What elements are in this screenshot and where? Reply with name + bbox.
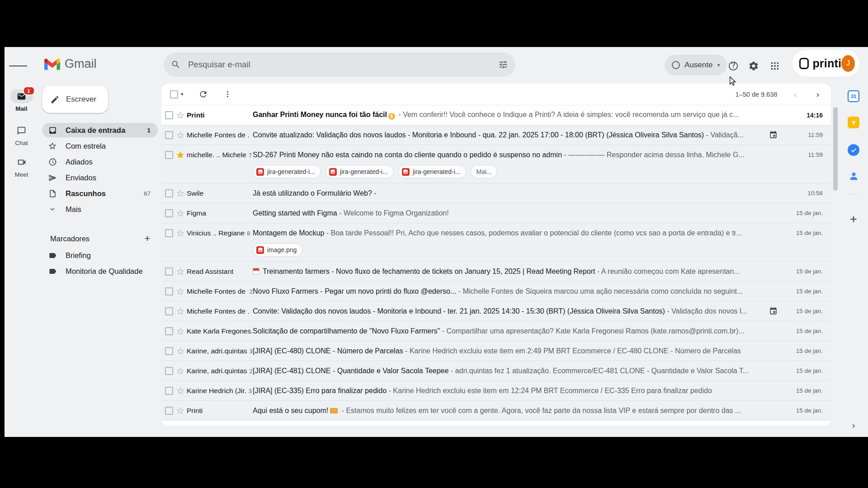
email-row[interactable]: Swile Já está utilizando o Formulário We… bbox=[161, 183, 831, 203]
star-toggle-icon[interactable] bbox=[176, 150, 185, 160]
inbox-count: 1 bbox=[147, 127, 151, 134]
email-snippet: Welcome to Figma Organization! bbox=[344, 209, 449, 217]
email-row[interactable]: Karine, adri.quintas 3 [JIRA] (EC-480) C… bbox=[161, 341, 831, 361]
apps-grid-button[interactable] bbox=[766, 57, 784, 75]
email-checkbox[interactable] bbox=[165, 189, 173, 197]
email-row[interactable]: michelle. .. Michele 7 SD-267 Printi Mon… bbox=[161, 145, 831, 183]
email-row[interactable]: Michelle Fontes de . Convite: Validação … bbox=[161, 301, 831, 321]
attachment-chip[interactable]: image.png bbox=[253, 243, 302, 257]
attachment-chip[interactable]: jira-generated-i... bbox=[326, 165, 394, 178]
create-label-button[interactable]: + bbox=[142, 233, 153, 244]
email-checkbox[interactable] bbox=[165, 387, 173, 395]
email-checkbox[interactable] bbox=[165, 287, 173, 296]
email-checkbox[interactable] bbox=[165, 151, 173, 159]
newer-page-button[interactable]: ‹ bbox=[793, 89, 796, 99]
email-row[interactable]: Karine, adri.quintas 2 [JIRA] (EC-481) C… bbox=[161, 361, 831, 381]
more-options-button[interactable] bbox=[221, 87, 235, 102]
email-time: 11:59 bbox=[779, 131, 831, 138]
email-checkbox[interactable] bbox=[165, 307, 173, 315]
email-checkbox[interactable] bbox=[165, 347, 173, 355]
sidebar-item-more[interactable]: Mais bbox=[42, 202, 158, 216]
rail-item-mail[interactable]: 1 Mail bbox=[5, 89, 38, 112]
email-row[interactable]: Printi Aqui está o seu cupom! - Estamos … bbox=[161, 401, 831, 421]
select-all-checkbox[interactable] bbox=[170, 90, 178, 99]
older-page-button[interactable]: › bbox=[816, 89, 819, 99]
star-toggle-icon[interactable] bbox=[176, 229, 185, 238]
email-snippet: Vem conferir!! Você conhece o Indique a … bbox=[403, 111, 739, 118]
search-icon[interactable] bbox=[171, 60, 181, 70]
email-checkbox[interactable] bbox=[165, 367, 173, 375]
search-input[interactable] bbox=[187, 59, 498, 70]
star-toggle-icon[interactable] bbox=[176, 111, 185, 120]
email-checkbox[interactable] bbox=[165, 111, 173, 119]
email-sender: Karine, adri.quintas bbox=[187, 347, 247, 355]
email-row[interactable]: Michelle Fontes de . Convite atualizado:… bbox=[161, 125, 831, 145]
attachment-chip[interactable]: jira-generated-i... bbox=[253, 165, 321, 178]
email-subject: Montagem de Mockup bbox=[253, 229, 324, 237]
sidebar-label-briefing[interactable]: Briefing bbox=[42, 248, 158, 263]
calendar-panel-icon[interactable]: 31 bbox=[848, 90, 859, 102]
star-toggle-icon[interactable] bbox=[176, 386, 185, 395]
meet-icon bbox=[17, 157, 27, 167]
email-checkbox[interactable] bbox=[165, 407, 173, 415]
email-checkbox[interactable] bbox=[165, 229, 173, 237]
star-toggle-icon[interactable] bbox=[176, 347, 185, 356]
compose-button[interactable]: Escrever bbox=[42, 86, 108, 113]
star-toggle-icon[interactable] bbox=[176, 406, 185, 415]
sidebar-item-sent[interactable]: Enviados bbox=[42, 170, 158, 185]
avatar[interactable]: J bbox=[841, 55, 855, 72]
email-row[interactable]: Printi Ganhar Printi Money nunca foi tão… bbox=[161, 105, 831, 125]
search-bar[interactable] bbox=[164, 52, 515, 77]
tasks-panel-icon[interactable] bbox=[848, 144, 859, 156]
star-toggle-icon[interactable] bbox=[176, 366, 185, 375]
get-addons-button[interactable]: + bbox=[850, 212, 857, 226]
brand-name: printi bbox=[812, 57, 841, 70]
rail-item-chat[interactable]: Chat bbox=[5, 124, 38, 146]
attachment-name: image.png bbox=[267, 246, 297, 253]
sidebar-item-inbox[interactable]: Caixa de entrada 1 bbox=[42, 123, 158, 137]
main-menu-icon[interactable] bbox=[9, 57, 27, 75]
email-row[interactable]: Figma Getting started with Figma - Welco… bbox=[161, 203, 831, 223]
email-row[interactable]: Kate Karla Fregones. Solicitação de comp… bbox=[161, 321, 831, 341]
star-toggle-icon[interactable] bbox=[176, 189, 185, 198]
list-toolbar: ▾ 1–50 de 9.638 ‹ › bbox=[161, 84, 831, 105]
email-checkbox[interactable] bbox=[165, 267, 173, 276]
select-dropdown-icon[interactable]: ▾ bbox=[181, 91, 184, 97]
email-subject: Ganhar Printi Money nunca foi tão fácil bbox=[253, 111, 387, 118]
email-row[interactable]: Read Assistant Treinamento farmers - Nov… bbox=[161, 262, 831, 282]
star-toggle-icon[interactable] bbox=[176, 287, 185, 296]
email-subject: Convite atualizado: Validação dos novos … bbox=[253, 131, 704, 139]
email-checkbox[interactable] bbox=[165, 209, 173, 217]
star-toggle-icon[interactable] bbox=[176, 131, 185, 140]
rail-item-meet[interactable]: Meet bbox=[5, 155, 38, 178]
star-toggle-icon[interactable] bbox=[176, 267, 185, 276]
email-subject: Getting started with Figma bbox=[253, 209, 337, 217]
list-scrollbar[interactable] bbox=[833, 107, 838, 191]
search-filters-icon[interactable] bbox=[498, 60, 508, 70]
account-area[interactable]: printi J bbox=[793, 50, 859, 76]
availability-status[interactable]: Ausente ▾ bbox=[665, 55, 727, 75]
expand-panel-icon[interactable]: › bbox=[852, 420, 855, 431]
email-row[interactable]: Karine Hedrich (Jir. 3 [JIRA] (EC-335) E… bbox=[161, 381, 831, 401]
attachment-chip[interactable]: jira-generated-i... bbox=[398, 165, 467, 178]
sidebar-label-monitoria[interactable]: Monitoria de Qualidade bbox=[42, 264, 158, 278]
sidebar-item-starred[interactable]: Com estrela bbox=[42, 139, 158, 153]
email-row[interactable]: Vinicius .. Regiane 8 Montagem de Mockup… bbox=[161, 223, 831, 262]
email-row[interactable]: Michelle Fontes de . 2 Novo Fluxo Farmer… bbox=[161, 282, 831, 301]
star-toggle-icon[interactable] bbox=[176, 307, 185, 316]
attachment-chip[interactable]: Mai... bbox=[471, 165, 497, 178]
star-toggle-icon[interactable] bbox=[176, 327, 185, 336]
sidebar-item-snoozed[interactable]: Adiados bbox=[42, 155, 158, 169]
email-checkbox[interactable] bbox=[165, 327, 173, 335]
email-checkbox[interactable] bbox=[165, 131, 173, 139]
settings-button[interactable] bbox=[745, 57, 763, 75]
refresh-button[interactable] bbox=[196, 87, 211, 102]
star-toggle-icon[interactable] bbox=[176, 209, 185, 218]
calendar-event-icon bbox=[769, 131, 778, 139]
attachment-name: jira-generated-i... bbox=[267, 168, 315, 175]
sidebar-item-drafts[interactable]: Rascunhos 67 bbox=[42, 186, 158, 201]
email-snippet: Karine Hedrich excluiu este item em 2:49… bbox=[410, 347, 741, 355]
keep-panel-icon[interactable] bbox=[848, 117, 859, 128]
help-button[interactable] bbox=[724, 57, 742, 75]
contacts-panel-icon[interactable] bbox=[848, 170, 859, 182]
